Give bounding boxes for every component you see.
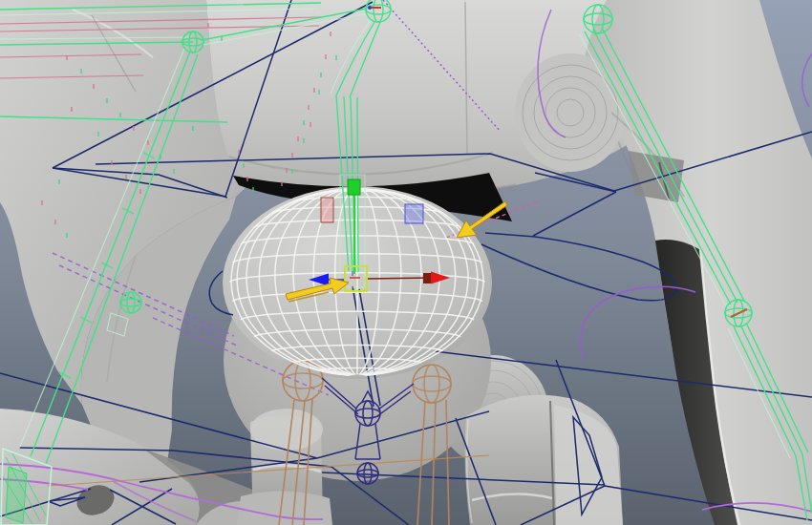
scene-detail[interactable] bbox=[6, 467, 27, 523]
lattice-point-blue[interactable] bbox=[405, 204, 423, 223]
right-shoulder-cap[interactable] bbox=[515, 53, 626, 172]
lattice-point-pink[interactable] bbox=[321, 198, 333, 222]
manipulator-y-handle[interactable] bbox=[348, 179, 360, 195]
manipulator-center-handle[interactable] bbox=[345, 266, 367, 291]
viewport[interactable]: 3D animation viewport showing a gray rob… bbox=[0, 0, 812, 525]
viewport-canvas[interactable]: 3D animation viewport showing a gray rob… bbox=[0, 0, 812, 525]
manipulator-x-axis[interactable] bbox=[367, 278, 431, 279]
manipulator-x-base bbox=[423, 273, 431, 284]
joint-z-axis-dot bbox=[368, 6, 372, 10]
